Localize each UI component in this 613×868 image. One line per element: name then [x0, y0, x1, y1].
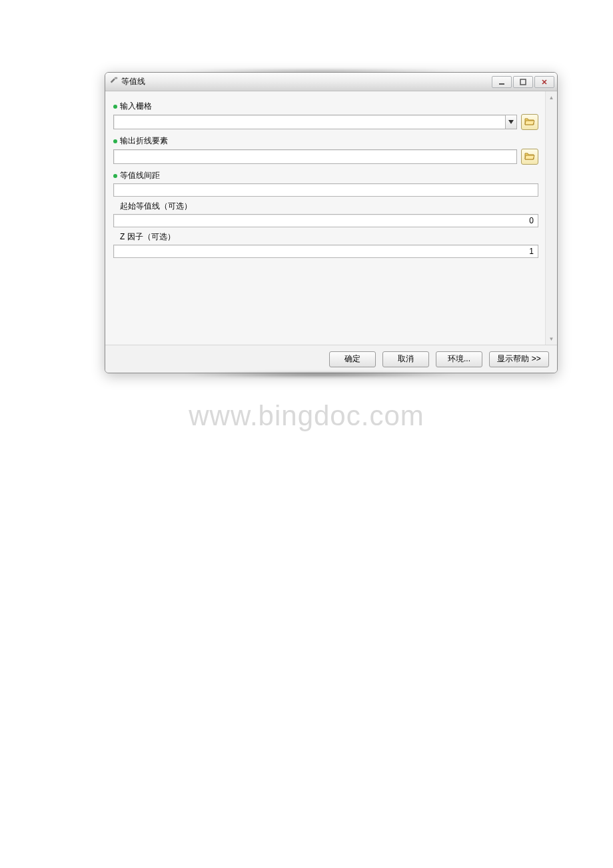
svg-rect-0 — [115, 77, 117, 79]
folder-open-icon — [524, 117, 535, 127]
folder-open-icon — [524, 152, 535, 162]
label-z-factor: Z 因子（可选） — [120, 231, 175, 243]
hammer-icon — [109, 76, 119, 87]
form-area: 输入栅格 — [105, 91, 545, 345]
title-bar: 等值线 — [105, 73, 557, 91]
show-help-button[interactable]: 显示帮助 >> — [489, 351, 549, 367]
field-z-factor: Z 因子（可选） — [113, 230, 538, 258]
button-bar: 确定 取消 环境... 显示帮助 >> — [105, 345, 557, 373]
scroll-down-arrow-icon: ▼ — [547, 334, 556, 343]
cancel-button[interactable]: 取消 — [382, 351, 429, 367]
label-base-contour: 起始等值线（可选） — [120, 201, 192, 212]
z-factor-input[interactable] — [113, 245, 538, 258]
contour-interval-input[interactable] — [113, 183, 538, 197]
field-input-raster: 输入栅格 — [113, 99, 538, 130]
required-dot-icon — [113, 174, 117, 178]
ok-button[interactable]: 确定 — [329, 351, 376, 367]
required-dot-icon — [113, 139, 117, 143]
svg-rect-1 — [499, 83, 504, 85]
output-polyline-input[interactable] — [113, 149, 517, 164]
close-button[interactable] — [534, 76, 554, 88]
svg-rect-2 — [520, 79, 526, 85]
label-contour-interval: 等值线间距 — [120, 170, 160, 181]
watermark-text: www.bingdoc.com — [0, 400, 613, 432]
contour-dialog: 等值线 输入栅格 — [105, 72, 558, 373]
browse-output-polyline-button[interactable] — [521, 149, 538, 165]
scroll-up-arrow-icon: ▲ — [547, 93, 556, 102]
label-output-polyline: 输出折线要素 — [120, 135, 168, 147]
base-contour-input[interactable] — [113, 214, 538, 227]
input-raster-dropdown[interactable] — [505, 115, 517, 129]
browse-input-raster-button[interactable] — [521, 114, 538, 130]
field-output-polyline: 输出折线要素 — [113, 134, 538, 165]
label-input-raster: 输入栅格 — [120, 101, 152, 112]
input-raster-input[interactable] — [113, 115, 505, 129]
decorative-shadow — [180, 372, 460, 377]
maximize-button[interactable] — [513, 76, 533, 88]
required-dot-icon — [113, 105, 117, 109]
field-contour-interval: 等值线间距 — [113, 169, 538, 197]
vertical-scrollbar[interactable]: ▲ ▼ — [545, 91, 557, 345]
window-title: 等值线 — [121, 76, 145, 87]
environments-button[interactable]: 环境... — [436, 351, 482, 367]
field-base-contour: 起始等值线（可选） — [113, 199, 538, 227]
minimize-button[interactable] — [492, 76, 512, 88]
